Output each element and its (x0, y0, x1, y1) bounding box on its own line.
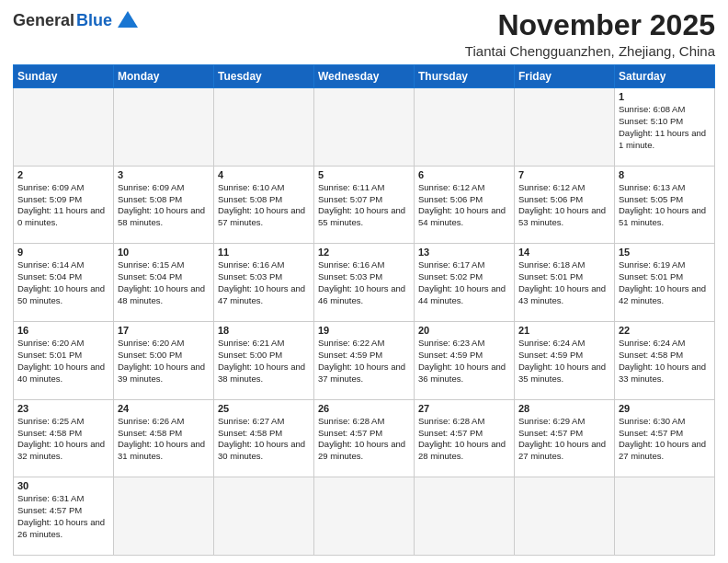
day-info: Sunrise: 6:14 AMSunset: 5:04 PMDaylight:… (17, 259, 109, 306)
day-number: 1 (619, 91, 711, 102)
day-number: 9 (17, 247, 109, 258)
day-number: 11 (218, 247, 310, 258)
calendar-cell: 8Sunrise: 6:13 AMSunset: 5:05 PMDaylight… (615, 166, 715, 244)
day-number: 6 (418, 169, 510, 180)
day-number: 28 (518, 403, 610, 414)
day-info: Sunrise: 6:13 AMSunset: 5:05 PMDaylight:… (619, 182, 711, 229)
calendar-cell: 19Sunrise: 6:22 AMSunset: 4:59 PMDayligh… (314, 322, 415, 400)
day-info: Sunrise: 6:22 AMSunset: 4:59 PMDaylight:… (318, 338, 410, 385)
day-number: 21 (518, 325, 610, 336)
calendar-week-row: 23Sunrise: 6:25 AMSunset: 4:58 PMDayligh… (14, 399, 715, 477)
day-info: Sunrise: 6:26 AMSunset: 4:58 PMDaylight:… (118, 416, 210, 463)
day-number: 14 (518, 247, 610, 258)
weekday-header-tuesday: Tuesday (214, 65, 314, 88)
day-info: Sunrise: 6:15 AMSunset: 5:04 PMDaylight:… (118, 259, 210, 306)
day-info: Sunrise: 6:20 AMSunset: 5:01 PMDaylight:… (17, 338, 109, 385)
calendar-cell (515, 88, 615, 167)
day-info: Sunrise: 6:28 AMSunset: 4:57 PMDaylight:… (318, 416, 410, 463)
logo-blue-text: Blue (76, 11, 112, 30)
calendar-cell: 23Sunrise: 6:25 AMSunset: 4:58 PMDayligh… (14, 399, 114, 477)
calendar-cell: 15Sunrise: 6:19 AMSunset: 5:01 PMDayligh… (615, 244, 715, 322)
day-number: 5 (318, 169, 410, 180)
calendar-cell (214, 477, 314, 556)
calendar-cell: 11Sunrise: 6:16 AMSunset: 5:03 PMDayligh… (214, 244, 314, 322)
calendar-cell: 30Sunrise: 6:31 AMSunset: 4:57 PMDayligh… (14, 477, 114, 556)
calendar-cell (14, 88, 114, 167)
calendar-cell: 20Sunrise: 6:23 AMSunset: 4:59 PMDayligh… (415, 322, 515, 400)
weekday-header-sunday: Sunday (14, 65, 114, 88)
day-number: 8 (619, 169, 711, 180)
day-info: Sunrise: 6:12 AMSunset: 5:06 PMDaylight:… (518, 182, 610, 229)
calendar-cell: 26Sunrise: 6:28 AMSunset: 4:57 PMDayligh… (314, 399, 415, 477)
calendar-cell: 12Sunrise: 6:16 AMSunset: 5:03 PMDayligh… (314, 244, 415, 322)
day-number: 29 (619, 403, 711, 414)
calendar-cell: 17Sunrise: 6:20 AMSunset: 5:00 PMDayligh… (114, 322, 214, 400)
calendar-week-row: 2Sunrise: 6:09 AMSunset: 5:09 PMDaylight… (14, 166, 715, 244)
calendar-cell: 25Sunrise: 6:27 AMSunset: 4:58 PMDayligh… (214, 399, 314, 477)
calendar-week-row: 1Sunrise: 6:08 AMSunset: 5:10 PMDaylight… (14, 88, 715, 167)
calendar-table: SundayMondayTuesdayWednesdayThursdayFrid… (13, 64, 715, 556)
calendar-cell: 28Sunrise: 6:29 AMSunset: 4:57 PMDayligh… (515, 399, 615, 477)
day-number: 4 (218, 169, 310, 180)
calendar-cell: 16Sunrise: 6:20 AMSunset: 5:01 PMDayligh… (14, 322, 114, 400)
location-title: Tiantai Chengguanzhen, Zhejiang, China (465, 43, 715, 59)
svg-marker-0 (118, 11, 138, 28)
day-number: 7 (518, 169, 610, 180)
calendar-cell (114, 477, 214, 556)
calendar-cell (415, 477, 515, 556)
calendar-cell (515, 477, 615, 556)
calendar-cell (415, 88, 515, 167)
day-info: Sunrise: 6:27 AMSunset: 4:58 PMDaylight:… (218, 416, 310, 463)
weekday-header-monday: Monday (114, 65, 214, 88)
day-info: Sunrise: 6:09 AMSunset: 5:08 PMDaylight:… (118, 182, 210, 229)
day-number: 2 (17, 169, 109, 180)
day-info: Sunrise: 6:19 AMSunset: 5:01 PMDaylight:… (619, 259, 711, 306)
day-info: Sunrise: 6:20 AMSunset: 5:00 PMDaylight:… (118, 338, 210, 385)
calendar-cell: 1Sunrise: 6:08 AMSunset: 5:10 PMDaylight… (615, 88, 715, 167)
day-info: Sunrise: 6:16 AMSunset: 5:03 PMDaylight:… (318, 259, 410, 306)
day-info: Sunrise: 6:23 AMSunset: 4:59 PMDaylight:… (418, 338, 510, 385)
calendar-cell: 6Sunrise: 6:12 AMSunset: 5:06 PMDaylight… (415, 166, 515, 244)
day-number: 16 (17, 325, 109, 336)
month-title: November 2025 (465, 9, 715, 41)
day-number: 19 (318, 325, 410, 336)
calendar-cell: 13Sunrise: 6:17 AMSunset: 5:02 PMDayligh… (415, 244, 515, 322)
weekday-header-saturday: Saturday (615, 65, 715, 88)
day-number: 12 (318, 247, 410, 258)
calendar-cell (214, 88, 314, 167)
calendar-cell: 3Sunrise: 6:09 AMSunset: 5:08 PMDaylight… (114, 166, 214, 244)
day-info: Sunrise: 6:10 AMSunset: 5:08 PMDaylight:… (218, 182, 310, 229)
weekday-header-wednesday: Wednesday (314, 65, 415, 88)
calendar-cell: 5Sunrise: 6:11 AMSunset: 5:07 PMDaylight… (314, 166, 415, 244)
calendar-cell (314, 88, 415, 167)
day-number: 22 (619, 325, 711, 336)
day-number: 10 (118, 247, 210, 258)
calendar-cell (314, 477, 415, 556)
header: General Blue November 2025 Tiantai Cheng… (13, 9, 715, 59)
calendar-cell: 24Sunrise: 6:26 AMSunset: 4:58 PMDayligh… (114, 399, 214, 477)
weekday-header-friday: Friday (515, 65, 615, 88)
day-info: Sunrise: 6:25 AMSunset: 4:58 PMDaylight:… (17, 416, 109, 463)
day-info: Sunrise: 6:24 AMSunset: 4:59 PMDaylight:… (518, 338, 610, 385)
day-info: Sunrise: 6:17 AMSunset: 5:02 PMDaylight:… (418, 259, 510, 306)
calendar-week-row: 9Sunrise: 6:14 AMSunset: 5:04 PMDaylight… (14, 244, 715, 322)
calendar-cell: 7Sunrise: 6:12 AMSunset: 5:06 PMDaylight… (515, 166, 615, 244)
calendar-cell: 10Sunrise: 6:15 AMSunset: 5:04 PMDayligh… (114, 244, 214, 322)
title-block: November 2025 Tiantai Chengguanzhen, Zhe… (465, 9, 715, 59)
calendar-cell (615, 477, 715, 556)
day-number: 23 (17, 403, 109, 414)
day-number: 26 (318, 403, 410, 414)
calendar-cell: 4Sunrise: 6:10 AMSunset: 5:08 PMDaylight… (214, 166, 314, 244)
day-info: Sunrise: 6:12 AMSunset: 5:06 PMDaylight:… (418, 182, 510, 229)
calendar-cell: 14Sunrise: 6:18 AMSunset: 5:01 PMDayligh… (515, 244, 615, 322)
weekday-header-row: SundayMondayTuesdayWednesdayThursdayFrid… (14, 65, 715, 88)
day-number: 25 (218, 403, 310, 414)
calendar-week-row: 16Sunrise: 6:20 AMSunset: 5:01 PMDayligh… (14, 322, 715, 400)
day-number: 20 (418, 325, 510, 336)
day-number: 3 (118, 169, 210, 180)
calendar-cell: 27Sunrise: 6:28 AMSunset: 4:57 PMDayligh… (415, 399, 515, 477)
logo-icon (118, 11, 138, 28)
logo-general-text: General (13, 11, 74, 30)
calendar-cell: 9Sunrise: 6:14 AMSunset: 5:04 PMDaylight… (14, 244, 114, 322)
day-info: Sunrise: 6:21 AMSunset: 5:00 PMDaylight:… (218, 338, 310, 385)
